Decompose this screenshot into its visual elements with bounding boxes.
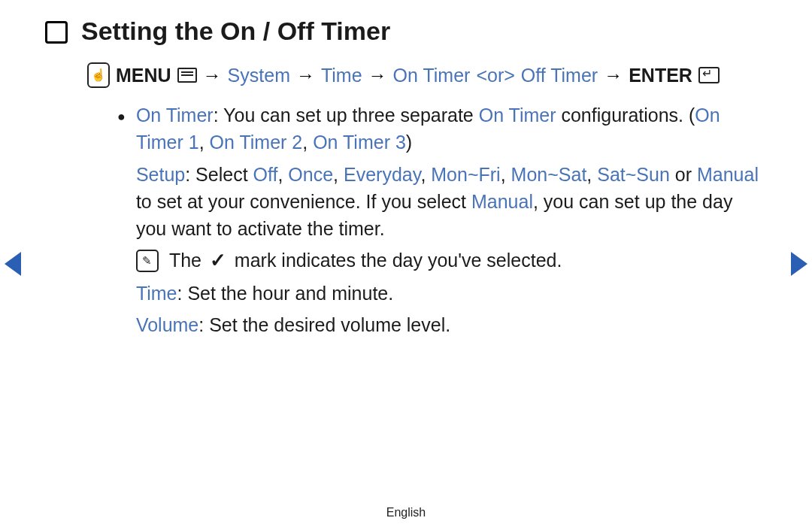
opt-off: Off bbox=[253, 164, 278, 185]
ontimer-ref: On Timer bbox=[479, 104, 556, 126]
breadcrumb-arrow: → bbox=[604, 65, 623, 86]
note-row: ✎ The ✓ mark indicates the day you've se… bbox=[136, 247, 767, 275]
opt-satsun: Sat~Sun bbox=[597, 164, 670, 185]
setup-label: Setup bbox=[136, 164, 185, 185]
opt-monsat: Mon~Sat bbox=[511, 164, 587, 185]
breadcrumb-arrow: → bbox=[203, 65, 222, 86]
text: : You can set up three separate bbox=[214, 104, 479, 126]
note-pre: The bbox=[169, 250, 207, 271]
bullet-icon: ● bbox=[117, 107, 126, 338]
breadcrumb-enter: ENTER bbox=[629, 65, 692, 86]
ontimer-2: On Timer 2 bbox=[210, 132, 303, 153]
menu-icon bbox=[177, 68, 197, 83]
text: to set at your convenience. If you selec… bbox=[136, 191, 471, 212]
opt-manual: Manual bbox=[697, 164, 759, 185]
volume-text: : Set the desired volume level. bbox=[198, 314, 450, 335]
text: configurations. ( bbox=[556, 104, 695, 126]
volume-line: Volume: Set the desired volume level. bbox=[136, 311, 767, 338]
breadcrumb-time: Time bbox=[321, 65, 362, 86]
nav-next-icon[interactable] bbox=[791, 252, 807, 276]
section-box-icon bbox=[45, 21, 68, 44]
comma: , bbox=[333, 164, 344, 185]
opt-monfri: Mon~Fri bbox=[431, 164, 500, 185]
breadcrumb: ☝ MENU → System → Time → On Timer <or> O… bbox=[87, 62, 767, 88]
enter-icon bbox=[698, 67, 720, 83]
text: : Select bbox=[185, 164, 253, 185]
comma: , bbox=[277, 164, 288, 185]
bullet-text: On Timer: You can set up three separate … bbox=[136, 101, 767, 338]
ontimer-3: On Timer 3 bbox=[313, 132, 406, 153]
breadcrumb-offtimer: Off Timer bbox=[521, 65, 598, 86]
time-label: Time bbox=[136, 283, 177, 304]
breadcrumb-menu: MENU bbox=[116, 65, 171, 86]
time-text: : Set the hour and minute. bbox=[177, 283, 394, 304]
close-paren: ) bbox=[406, 132, 412, 153]
note-text: The ✓ mark indicates the day you've sele… bbox=[169, 247, 562, 275]
comma: , bbox=[420, 164, 431, 185]
bullet-item: ● On Timer: You can set up three separat… bbox=[117, 101, 767, 338]
breadcrumb-system: System bbox=[228, 65, 290, 86]
volume-label: Volume bbox=[136, 314, 198, 335]
note-post: mark indicates the day you've selected. bbox=[229, 250, 562, 271]
footer-language: English bbox=[0, 506, 812, 519]
setup-line: Setup: Select Off, Once, Everyday, Mon~F… bbox=[136, 161, 767, 243]
body-content: ● On Timer: You can set up three separat… bbox=[117, 101, 767, 338]
ontimer-label: On Timer bbox=[136, 104, 214, 126]
title-row: Setting the On / Off Timer bbox=[45, 17, 767, 46]
breadcrumb-arrow: → bbox=[368, 65, 387, 86]
check-icon: ✓ bbox=[210, 249, 226, 271]
or-text: or bbox=[670, 164, 697, 185]
time-line: Time: Set the hour and minute. bbox=[136, 280, 767, 307]
comma: , bbox=[501, 164, 511, 185]
note-icon: ✎ bbox=[136, 250, 159, 272]
comma: , bbox=[302, 132, 313, 153]
opt-everyday: Everyday bbox=[344, 164, 420, 185]
remote-hand-icon: ☝ bbox=[87, 62, 110, 88]
nav-prev-icon[interactable] bbox=[5, 252, 21, 276]
breadcrumb-or: <or> bbox=[476, 65, 514, 86]
page-title: Setting the On / Off Timer bbox=[81, 17, 390, 46]
comma: , bbox=[586, 164, 597, 185]
opt-manual-2: Manual bbox=[471, 191, 533, 212]
comma: , bbox=[199, 132, 210, 153]
breadcrumb-ontimer: On Timer bbox=[393, 65, 471, 86]
opt-once: Once bbox=[288, 164, 333, 185]
breadcrumb-arrow: → bbox=[296, 65, 315, 86]
